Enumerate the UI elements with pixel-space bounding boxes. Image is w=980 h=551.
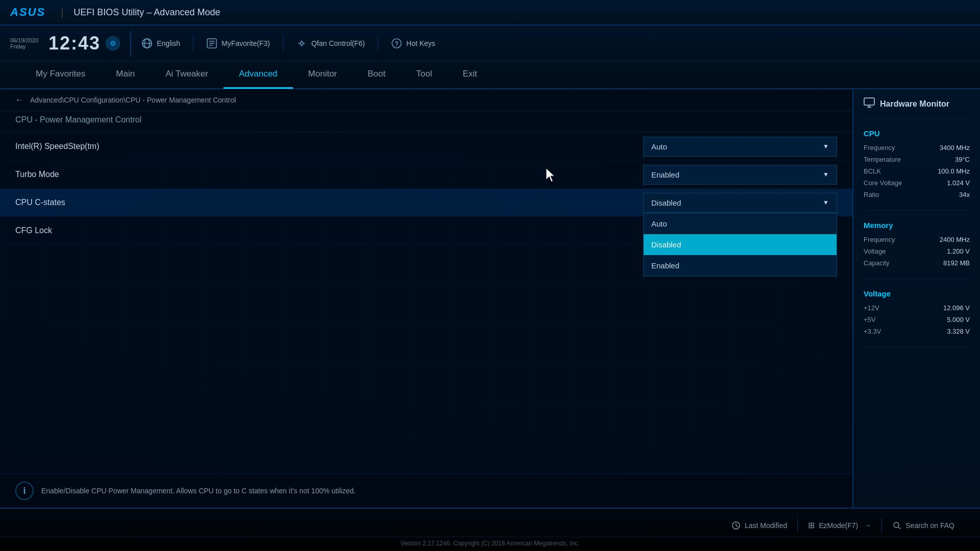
nav-item-aitweaker[interactable]: Ai Tweaker: [150, 61, 224, 89]
hw-cpu-section: CPU Frequency 3400 MHz Temperature 39°C …: [864, 129, 970, 211]
hw-5v-label: +5V: [864, 316, 876, 323]
hw-monitor-title: Hardware Monitor: [864, 97, 970, 119]
hardware-monitor-panel: Hardware Monitor CPU Frequency 3400 MHz …: [852, 89, 980, 508]
nav-item-main[interactable]: Main: [101, 61, 150, 89]
nav-item-boot[interactable]: Boot: [352, 61, 401, 89]
globe-icon: [141, 38, 153, 49]
turbomode-dropdown[interactable]: Enabled ▼: [643, 165, 837, 185]
qfan-button[interactable]: Qfan Control(F6): [296, 38, 365, 49]
info-icon: i: [15, 482, 34, 500]
info-bar: i Enable/Disable CPU Power Management. A…: [0, 473, 852, 508]
hotkeys-button[interactable]: ? Hot Keys: [391, 38, 435, 49]
turbomode-dropdown-value: Enabled: [651, 170, 679, 179]
ezmode-button[interactable]: ⊞ EzMode(F7) →: [798, 518, 882, 533]
speedstep-label: Intel(R) SpeedStep(tm): [15, 142, 643, 151]
day-display: Friday: [10, 43, 38, 49]
datetime-settings-icon[interactable]: ⚙: [106, 36, 120, 51]
header-title: UEFI BIOS Utility – Advanced Mode: [74, 7, 220, 18]
breadcrumb-back-button[interactable]: ←: [15, 95, 23, 105]
nav-item-myfavorites[interactable]: My Favorites: [20, 61, 101, 89]
footer: Last Modified ⊞ EzMode(F7) → Search on F…: [0, 508, 980, 551]
qfan-label: Qfan Control(F6): [311, 39, 365, 47]
tools-divider-2: [283, 36, 283, 51]
hw-cpu-temp-label: Temperature: [864, 156, 901, 163]
svg-text:?: ?: [395, 40, 398, 47]
ezmode-label: EzMode(F7): [819, 521, 858, 530]
cpucstates-dropdown-arrow: ▼: [823, 199, 829, 206]
ezmode-arrow-icon: →: [864, 521, 871, 530]
nav-item-tool[interactable]: Tool: [401, 61, 447, 89]
speedstep-row[interactable]: Intel(R) SpeedStep(tm) Auto ▼: [0, 133, 852, 161]
hw-bclk-value: 100.0 MHz: [938, 167, 970, 175]
hw-cpu-freq-value: 3400 MHz: [940, 144, 970, 152]
hw-cpu-temp-row: Temperature 39°C: [864, 156, 970, 163]
nav-item-exit[interactable]: Exit: [447, 61, 492, 89]
speedstep-dropdown-arrow: ▼: [823, 143, 829, 150]
cpucstates-label: CPU C-states: [15, 198, 643, 207]
tools-divider-1: [193, 36, 193, 51]
nav-bar: My Favorites Main Ai Tweaker Advanced Mo…: [0, 61, 980, 89]
hw-12v-row: +12V 12.096 V: [864, 304, 970, 312]
hw-corevolt-value: 1.024 V: [947, 179, 970, 187]
nav-item-monitor[interactable]: Monitor: [293, 61, 353, 89]
language-label: English: [157, 39, 180, 47]
datetime-left: 06/19/2020 Friday: [10, 37, 38, 49]
hw-bclk-label: BCLK: [864, 167, 881, 175]
hw-bclk-row: BCLK 100.0 MHz: [864, 167, 970, 175]
hw-mem-freq-value: 2400 MHz: [940, 236, 970, 243]
myfavorite-button[interactable]: MyFavorite(F3): [206, 38, 270, 49]
date-display: 06/19/2020: [10, 37, 38, 43]
hw-memory-title: Memory: [864, 221, 970, 230]
last-modified-icon: [731, 521, 741, 530]
hw-voltage-title: Voltage: [864, 289, 970, 298]
datetime-divider: [130, 31, 131, 56]
datetime-bar: 06/19/2020 Friday 12:43 ⚙ English: [0, 26, 980, 61]
cpucstates-option-disabled[interactable]: Disabled: [644, 234, 837, 255]
language-selector[interactable]: English: [141, 38, 180, 49]
cpucstates-option-auto[interactable]: Auto: [644, 213, 837, 234]
hw-ratio-value: 34x: [959, 191, 970, 198]
cpucstates-dropdown[interactable]: Disabled ▼: [643, 193, 837, 213]
cpucstates-option-enabled[interactable]: Enabled: [644, 255, 837, 276]
breadcrumb: ← Advanced\CPU Configuration\CPU - Power…: [0, 89, 852, 111]
monitor-icon: [864, 97, 875, 111]
hw-mem-freq-row: Frequency 2400 MHz: [864, 236, 970, 243]
search-faq-label: Search on FAQ: [905, 521, 954, 530]
turbomode-dropdown-arrow: ▼: [823, 171, 829, 178]
qfan-icon: [296, 38, 307, 49]
cpucstates-value: Disabled ▼ Auto Disabled Enabled: [643, 193, 837, 213]
speedstep-dropdown[interactable]: Auto ▼: [643, 137, 837, 157]
hotkeys-icon: ?: [391, 38, 402, 49]
cpucstates-dropdown-container: Disabled ▼ Auto Disabled Enabled: [643, 193, 837, 213]
turbomode-row[interactable]: Turbo Mode Enabled ▼: [0, 161, 852, 189]
hw-mem-cap-label: Capacity: [864, 259, 890, 267]
time-display: 12:43: [48, 33, 101, 54]
content-area: ← Advanced\CPU Configuration\CPU - Power…: [0, 89, 980, 508]
hw-corevolt-row: Core Voltage 1.024 V: [864, 179, 970, 187]
svg-line-17: [898, 527, 900, 529]
hw-5v-value: 5.000 V: [947, 316, 970, 323]
info-text: Enable/Disable CPU Power Management. All…: [41, 487, 356, 495]
cpucstates-row[interactable]: CPU C-states Disabled ▼ Auto Disabled: [0, 189, 852, 217]
time-container: 12:43 ⚙: [48, 33, 120, 54]
cfglock-label: CFG Lock: [15, 226, 643, 235]
header-tools: English MyFavorite(F3): [141, 36, 435, 51]
hw-ratio-label: Ratio: [864, 191, 879, 198]
speedstep-value: Auto ▼: [643, 137, 837, 157]
turbomode-value: Enabled ▼: [643, 165, 837, 185]
nav-item-advanced[interactable]: Advanced: [224, 61, 293, 89]
header: ASUS | UEFI BIOS Utility – Advanced Mode: [0, 0, 980, 26]
hw-mem-volt-row: Voltage 1.200 V: [864, 247, 970, 255]
myfavorite-icon: [206, 38, 217, 49]
svg-line-15: [736, 525, 738, 527]
hw-memory-section: Memory Frequency 2400 MHz Voltage 1.200 …: [864, 221, 970, 279]
last-modified-button[interactable]: Last Modified: [721, 518, 798, 533]
main-content: ← Advanced\CPU Configuration\CPU - Power…: [0, 89, 852, 508]
search-faq-icon: [892, 521, 901, 530]
search-faq-button[interactable]: Search on FAQ: [882, 518, 965, 533]
turbomode-label: Turbo Mode: [15, 170, 643, 179]
footer-top: Last Modified ⊞ EzMode(F7) → Search on F…: [0, 514, 980, 537]
asus-logo-text: ASUS: [10, 6, 45, 19]
cpucstates-dropdown-value: Disabled: [651, 198, 681, 207]
last-modified-label: Last Modified: [745, 521, 787, 530]
